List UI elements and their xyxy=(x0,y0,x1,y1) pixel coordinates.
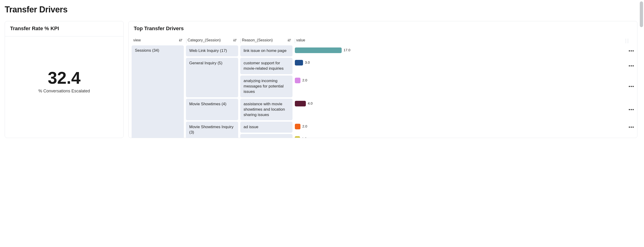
row-actions-button[interactable] xyxy=(627,75,635,98)
reason-cell[interactable]: customer support for movie-related inqui… xyxy=(240,58,292,74)
category-cell[interactable]: Web Link Inquiry (17) xyxy=(186,45,238,56)
ellipsis-icon xyxy=(629,109,634,110)
row-actions-button[interactable] xyxy=(627,45,635,57)
value-cell: 2.0 xyxy=(294,121,627,133)
column-header-category[interactable]: Category_(Session) xyxy=(185,36,240,45)
cards-container: Transfer Rate % KPI 32.4 % Conversations… xyxy=(5,21,638,138)
value-label: 4.0 xyxy=(308,101,313,105)
ellipsis-icon xyxy=(629,86,634,87)
category-cell[interactable]: General Inquiry (5) xyxy=(186,58,238,97)
value-cell: 3.0 xyxy=(294,57,627,75)
value-label: 2.0 xyxy=(302,78,307,82)
view-cell-label: Sessions (34) xyxy=(135,48,159,53)
value-bar xyxy=(295,60,303,65)
value-label: 3.0 xyxy=(305,60,310,64)
row-actions-button[interactable] xyxy=(627,98,635,121)
view-cell-sessions[interactable]: Sessions (34) xyxy=(132,45,184,138)
reason-cell[interactable]: ad issue xyxy=(240,122,292,133)
sort-descending-icon[interactable] xyxy=(179,38,183,42)
column-header-view-label: view xyxy=(133,38,141,42)
drivers-card-title: Top Transfer Drivers xyxy=(128,21,637,36)
value-bar xyxy=(295,78,300,83)
reason-cell-label: ad issue xyxy=(244,125,258,129)
reason-cell-label: short link issue xyxy=(244,137,270,138)
value-bar xyxy=(295,124,300,129)
column-header-value[interactable]: value xyxy=(294,36,627,45)
value-label: 17.0 xyxy=(344,48,350,52)
value-bar xyxy=(295,47,342,53)
column-separator xyxy=(626,39,626,43)
reason-cell-label: link issue on home page xyxy=(244,48,286,53)
kpi-caption: % Conversations Escalated xyxy=(38,89,90,94)
value-cell: 2.0 xyxy=(294,75,627,98)
ellipsis-icon xyxy=(629,50,634,51)
drivers-grid: view Category_(Session) xyxy=(131,36,635,138)
sort-descending-icon[interactable] xyxy=(233,38,237,42)
reason-cell[interactable]: short link issue xyxy=(240,134,292,138)
category-cell[interactable]: Movie Showtimes Inquiry (3) xyxy=(186,122,238,138)
kpi-card-title: Transfer Rate % KPI xyxy=(5,21,124,36)
ellipsis-icon xyxy=(629,65,634,66)
sort-descending-icon[interactable] xyxy=(287,38,292,42)
reason-cell[interactable]: link issue on home page xyxy=(240,45,292,56)
kpi-body: 32.4 % Conversations Escalated xyxy=(5,36,124,138)
page-title: Transfer Drivers xyxy=(5,5,638,14)
value-bar xyxy=(295,136,300,138)
kpi-value: 32.4 xyxy=(48,69,80,86)
value-cell: 1.0 xyxy=(294,133,627,138)
column-header-value-label: value xyxy=(296,38,305,42)
drivers-card: Top Transfer Drivers view xyxy=(128,21,638,138)
page-scrollbar[interactable] xyxy=(640,1,643,27)
value-cell: 17.0 xyxy=(294,45,627,57)
column-header-category-label: Category_(Session) xyxy=(188,38,220,42)
drivers-body[interactable]: view Category_(Session) xyxy=(128,36,637,138)
category-cell[interactable]: Movie Showtimes (4) xyxy=(186,99,238,120)
category-cell-label: Web Link Inquiry (17) xyxy=(189,48,227,53)
kpi-card: Transfer Rate % KPI 32.4 % Conversations… xyxy=(5,21,124,138)
value-label: 2.0 xyxy=(302,124,307,128)
category-cell-label: General Inquiry (5) xyxy=(189,61,222,65)
column-header-actions xyxy=(627,36,635,45)
row-actions-button[interactable] xyxy=(627,57,635,75)
row-actions-button[interactable] xyxy=(627,121,635,133)
value-cell: 4.0 xyxy=(294,98,627,121)
reason-cell-label: customer support for movie-related inqui… xyxy=(244,61,284,71)
category-cell-label: Movie Showtimes Inquiry (3) xyxy=(189,125,234,135)
reason-cell[interactable]: assistance with movie showtimes and loca… xyxy=(240,99,292,120)
ellipsis-icon xyxy=(629,127,634,128)
row-actions-button[interactable] xyxy=(627,133,635,138)
column-header-view[interactable]: view xyxy=(131,36,185,45)
column-header-reason[interactable]: Reason_(Session) xyxy=(240,36,294,45)
value-bar xyxy=(295,101,306,106)
reason-cell-label: assistance with movie showtimes and loca… xyxy=(244,102,285,117)
reason-cell[interactable]: analyzing incoming messages for potentia… xyxy=(240,76,292,97)
value-label: 1.0 xyxy=(302,137,307,138)
column-header-reason-label: Reason_(Session) xyxy=(242,38,273,42)
category-cell-label: Movie Showtimes (4) xyxy=(189,102,226,106)
reason-cell-label: analyzing incoming messages for potentia… xyxy=(244,79,284,94)
